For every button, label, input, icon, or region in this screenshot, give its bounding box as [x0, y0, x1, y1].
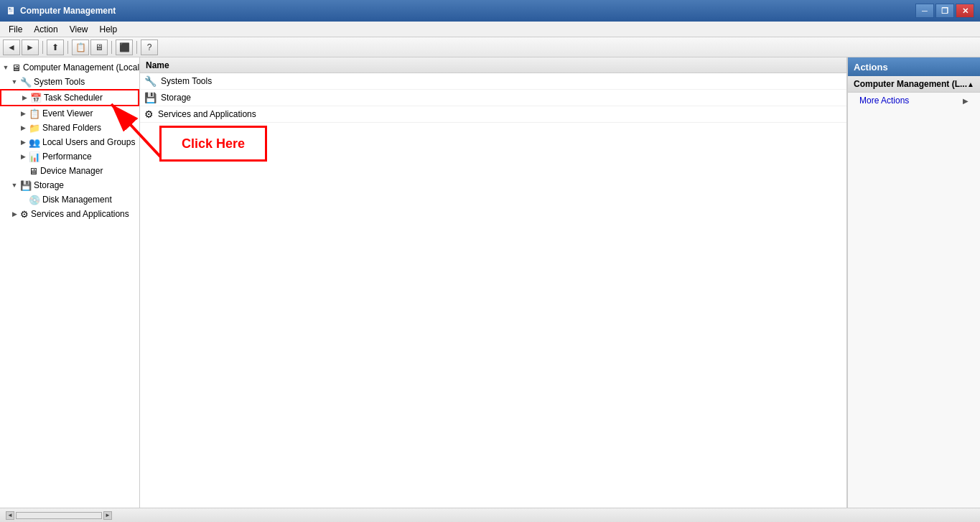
toolbar-help-button[interactable]: ? — [141, 39, 158, 55]
shared-folders-icon: 📁 — [29, 123, 40, 134]
status-bar: ◄ ► — [0, 508, 980, 522]
more-actions-label: More Actions — [859, 95, 909, 106]
shared-folders-label: Shared Folders — [42, 123, 101, 133]
toolbar-view-button[interactable]: 📋 — [72, 39, 89, 55]
title-bar-icon: 🖥 — [6, 5, 16, 17]
system-tools-content-label: System Tools — [161, 76, 212, 86]
menu-action[interactable]: Action — [28, 23, 63, 36]
device-manager-icon: 🖥 — [29, 166, 38, 177]
local-users-expand-icon: ▶ — [17, 136, 29, 148]
tree-item-services-apps[interactable]: ▶ ⚙ Services and Applications — [0, 207, 139, 221]
services-apps-expand-icon: ▶ — [9, 208, 20, 220]
title-bar-controls: ─ ❐ ✕ — [915, 4, 974, 18]
event-viewer-expand-icon: ▶ — [17, 108, 29, 119]
storage-content-label: Storage — [161, 93, 191, 103]
title-bar: 🖥 Computer Management ─ ❐ ✕ — [0, 0, 980, 22]
actions-section-scroll-icon: ▲ — [967, 80, 974, 88]
actions-header-label: Actions — [854, 62, 888, 73]
tree-item-device-manager[interactable]: ▶ 🖥 Device Manager — [0, 164, 139, 178]
scroll-right-button[interactable]: ► — [103, 511, 112, 520]
name-column-header: Name — [146, 60, 169, 70]
toolbar-back-button[interactable]: ◄ — [3, 39, 20, 55]
services-content-label: Services and Applications — [158, 109, 256, 119]
device-manager-label: Device Manager — [40, 166, 103, 176]
root-expand-icon: ▼ — [0, 62, 11, 73]
event-viewer-icon: 📋 — [29, 108, 40, 119]
local-users-label: Local Users and Groups — [42, 137, 135, 147]
toolbar-separator-2 — [67, 41, 68, 54]
menu-bar: File Action View Help — [0, 22, 980, 37]
tree-item-event-viewer[interactable]: ▶ 📋 Event Viewer — [0, 106, 139, 121]
storage-icon: 💾 — [20, 180, 32, 191]
content-row-system-tools[interactable]: 🔧 System Tools — [140, 73, 846, 90]
root-label: Computer Management (Local — [23, 62, 139, 73]
system-tools-icon: 🔧 — [20, 77, 32, 88]
menu-file[interactable]: File — [3, 23, 28, 36]
performance-label: Performance — [42, 152, 92, 162]
performance-icon: 📊 — [29, 152, 40, 162]
content-panel: Name 🔧 System Tools 💾 Storage ⚙ Services… — [140, 57, 847, 508]
tree-item-system-tools[interactable]: ▼ 🔧 System Tools — [0, 75, 139, 89]
tree-panel: ▼ 🖥 Computer Management (Local ▼ 🔧 Syste… — [0, 57, 140, 508]
tree-item-task-scheduler[interactable]: ▶ 📅 Task Scheduler — [0, 89, 139, 106]
restore-button[interactable]: ❐ — [935, 4, 954, 18]
local-users-icon: 👥 — [29, 137, 40, 148]
close-button[interactable]: ✕ — [956, 4, 974, 18]
menu-view[interactable]: View — [64, 23, 94, 36]
toolbar: ◄ ► ⬆ 📋 🖥 ⬛ ? — [0, 37, 980, 57]
services-content-icon: ⚙ — [144, 108, 154, 120]
scroll-track[interactable] — [16, 512, 102, 519]
content-header: Name — [140, 57, 846, 73]
actions-more-actions[interactable]: More Actions ▶ — [848, 93, 980, 108]
menu-help[interactable]: Help — [94, 23, 123, 36]
toolbar-separator-1 — [42, 41, 43, 54]
root-icon: 🖥 — [11, 62, 21, 73]
toolbar-separator-3 — [111, 41, 112, 54]
performance-expand-icon: ▶ — [17, 151, 29, 162]
actions-header: Actions — [848, 57, 980, 76]
storage-label: Storage — [34, 180, 64, 190]
task-scheduler-label: Task Scheduler — [44, 93, 103, 103]
shared-folders-expand-icon: ▶ — [17, 122, 29, 134]
actions-section-title-label: Computer Management (L... — [854, 79, 967, 89]
toolbar-separator-4 — [136, 41, 137, 54]
tree-root[interactable]: ▼ 🖥 Computer Management (Local — [0, 60, 139, 75]
task-scheduler-expand-icon: ▶ — [19, 92, 30, 103]
tree-item-shared-folders[interactable]: ▶ 📁 Shared Folders — [0, 121, 139, 135]
tree-item-local-users[interactable]: ▶ 👥 Local Users and Groups — [0, 135, 139, 149]
minimize-button[interactable]: ─ — [915, 4, 934, 18]
toolbar-properties-button[interactable]: ⬛ — [116, 39, 133, 55]
actions-panel: Actions Computer Management (L... ▲ More… — [847, 57, 980, 508]
scroll-left-button[interactable]: ◄ — [6, 511, 14, 520]
services-apps-label: Services and Applications — [31, 209, 129, 219]
storage-expand-icon: ▼ — [9, 180, 20, 191]
tree-item-disk-management[interactable]: ▶ 💿 Disk Management — [0, 192, 139, 207]
content-row-services-apps[interactable]: ⚙ Services and Applications — [140, 106, 846, 123]
disk-management-label: Disk Management — [42, 195, 112, 205]
actions-section-computer-management: Computer Management (L... ▲ — [848, 76, 980, 93]
main-container: ▼ 🖥 Computer Management (Local ▼ 🔧 Syste… — [0, 57, 980, 508]
toolbar-forward-button[interactable]: ► — [22, 39, 39, 55]
title-bar-title: Computer Management — [20, 6, 915, 16]
scroll-area: ◄ ► — [6, 511, 112, 520]
system-tools-expand-icon: ▼ — [9, 76, 20, 88]
tree-item-storage[interactable]: ▼ 💾 Storage — [0, 178, 139, 192]
event-viewer-label: Event Viewer — [42, 108, 93, 118]
task-scheduler-icon: 📅 — [30, 93, 42, 103]
services-apps-icon: ⚙ — [20, 209, 29, 220]
more-actions-arrow-icon: ▶ — [963, 97, 969, 105]
toolbar-up-button[interactable]: ⬆ — [47, 39, 64, 55]
toolbar-computer-button[interactable]: 🖥 — [90, 39, 108, 55]
tree-item-performance[interactable]: ▶ 📊 Performance — [0, 149, 139, 164]
system-tools-label: System Tools — [34, 77, 85, 87]
system-tools-content-icon: 🔧 — [144, 75, 157, 87]
content-row-storage[interactable]: 💾 Storage — [140, 90, 846, 106]
storage-content-icon: 💾 — [144, 92, 157, 103]
disk-management-icon: 💿 — [29, 195, 40, 205]
